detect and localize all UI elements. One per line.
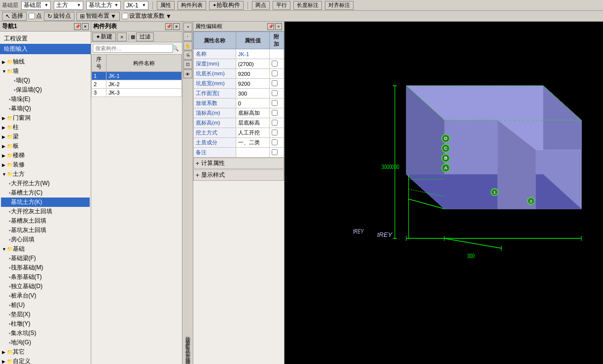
table-row[interactable]: 2 JK-2 (92, 80, 182, 89)
attach-check-3[interactable] (272, 80, 278, 86)
comp-list-close-btn[interactable]: × (173, 23, 180, 30)
attach-check-8[interactable] (272, 130, 278, 135)
tree-item-open-backfill[interactable]: ▪ 大开挖灰土回填 (1, 207, 90, 216)
point-check[interactable]: 点 (29, 12, 42, 20)
menu-drawing-input[interactable]: 绘图输入 (0, 44, 91, 54)
attach-check-2[interactable] (272, 70, 278, 76)
layer-dropdown[interactable]: 基础层 ▼ (21, 1, 51, 10)
prop-value-3[interactable]: 9200 (236, 79, 269, 89)
tree-item-curtain-wall[interactable]: ▪ 幕墙(Q) (1, 104, 90, 113)
select-button[interactable]: ↖ 选择 (2, 12, 27, 21)
tree-item-beam[interactable]: ▶ 📁 梁 (1, 132, 90, 141)
comp-name-dropdown[interactable]: JK-1 ▼ (124, 1, 148, 10)
tree-item-pile[interactable]: ▪ 桩(U) (1, 300, 90, 310)
slope-checkbox[interactable] (122, 13, 128, 19)
menu-project-settings[interactable]: 工程设置 (0, 33, 91, 44)
attach-check-5[interactable] (272, 100, 278, 106)
prop-value-6[interactable]: 底标高加 (236, 108, 269, 118)
prop-value-1[interactable]: (2700) (236, 59, 269, 69)
table-row[interactable]: 3 JK-3 (92, 89, 182, 97)
align-mark-button[interactable]: 对齐标注 (325, 1, 354, 10)
tree-item-slot-backfill[interactable]: ▪ 基槽灰土回填 (1, 216, 90, 226)
prop-value-9[interactable]: 一、二类 (236, 138, 269, 148)
tree-item-found-beam[interactable]: ▪ 基础梁(F) (1, 254, 90, 263)
prop-value-0[interactable]: JK-1 (236, 49, 269, 59)
attach-check-4[interactable] (272, 90, 278, 96)
filter-button[interactable]: 过滤 (136, 33, 154, 41)
attach-check-1[interactable] (272, 61, 278, 66)
stretch-label[interactable]: 拉伸 (184, 356, 191, 359)
attach-check-7[interactable] (272, 120, 278, 126)
pit-type-dropdown[interactable]: 基坑土方 ▼ (86, 1, 121, 10)
tree-item-core-backfill[interactable]: ▪ 房心回填 (1, 235, 90, 244)
tree-item-strip[interactable]: ▪ 条形基础(T) (1, 272, 90, 282)
comp-list-pin-btn[interactable]: 📌 (165, 23, 172, 30)
tree-item-cushion[interactable]: ▪ 垫层(X) (1, 310, 90, 319)
attr-button[interactable]: 属性 (157, 1, 175, 10)
fit-btn[interactable]: ⊡ (183, 60, 192, 69)
tree-item-axis[interactable]: ▶ 📁 轴线 (1, 57, 90, 66)
tree-item-custom[interactable]: ▶ 📁 自定义 (1, 357, 90, 364)
slope-check[interactable]: 设置放坡系数 ▼ (122, 12, 172, 20)
align-label[interactable]: 对齐 (184, 349, 191, 352)
rotate-button[interactable]: ↻ 旋转点 (44, 12, 74, 21)
prop-value-8[interactable]: 人工开挖 (236, 128, 269, 138)
point-checkbox[interactable] (29, 13, 35, 19)
tree-item-pile-cap[interactable]: ▪ 桩承台(V) (1, 291, 90, 300)
view-btn[interactable]: 👁 (183, 69, 192, 78)
tree-item-other[interactable]: ▶ 📁 其它 (1, 347, 90, 357)
extend-label[interactable]: 延伸 (184, 331, 191, 334)
two-point-button[interactable]: 两点 (252, 1, 270, 10)
length-mark-button[interactable]: 长度标注 (293, 1, 322, 10)
prop-value-2[interactable]: 9200 (236, 69, 269, 79)
tree-item-decoration[interactable]: ▶ 📁 装修 (1, 160, 90, 169)
new-comp-button[interactable]: ✦ 新建 (92, 33, 116, 41)
fill-type-dropdown[interactable]: 土方 ▼ (54, 1, 83, 10)
parallel-button[interactable]: 平行 (273, 1, 290, 10)
slope-settings-label[interactable]: 设置放坡 (184, 359, 191, 363)
prop-value-5[interactable]: 0 (236, 99, 269, 108)
tree-item-isolated[interactable]: ▪ 独立基础(D) (1, 282, 90, 291)
display-section[interactable]: + 显示样式 (193, 169, 284, 181)
tree-item-trench[interactable]: ▪ 地沟(G) (1, 338, 90, 347)
zoom-in-btn[interactable]: + (183, 23, 192, 32)
tree-item-wall-pier[interactable]: ▪ 墙垛(E) (1, 95, 90, 104)
tree-item-wall-q[interactable]: ▪ 墙(Q) (1, 76, 90, 85)
viewport[interactable]: 300 3000000 tREY D C B A 1 2 4 tREY (284, 22, 603, 364)
break-label[interactable]: 打断 (184, 338, 191, 341)
tree-item-open-excavation[interactable]: ▪ 大开挖土方(W) (1, 179, 90, 188)
tree-item-wall-insulation[interactable]: ▪ 保温墙(Q) (1, 85, 90, 95)
prop-value-10[interactable] (236, 148, 269, 158)
tree-item-pit-earthwork[interactable]: ▪ 基坑土方(K) (1, 198, 90, 207)
tree-item-column[interactable]: ▶ 📁 柱 (1, 123, 90, 132)
tree-item-stair[interactable]: ▶ 📁 楼梯 (1, 151, 90, 160)
tree-item-pit-backfill[interactable]: ▪ 基坑灰土回填 (1, 226, 90, 235)
panel-pin-btn[interactable]: 📌 (74, 23, 81, 30)
tree-item-wall[interactable]: ▼ 📁 墙 (1, 66, 90, 76)
tree-item-foundation[interactable]: ▼ 📁 基础 (1, 244, 90, 254)
comp-list-button[interactable]: 构件列表 (177, 1, 206, 10)
offset-label[interactable]: 偏移 (184, 352, 191, 355)
attach-check-10[interactable] (272, 149, 278, 155)
tree-item-sump[interactable]: ▪ 集水坑(S) (1, 329, 90, 338)
split-label[interactable]: 分割 (184, 345, 191, 348)
table-row[interactable]: 1 JK-1 (92, 72, 182, 80)
tree-item-earthwork[interactable]: ▼ 📁 土方 (1, 169, 90, 179)
search-icon[interactable]: 🔍 (172, 44, 179, 52)
panel-close-btn[interactable]: × (82, 23, 89, 30)
attach-check-9[interactable] (272, 139, 278, 145)
tree-item-opening[interactable]: ▶ 📁 门窗洞 (1, 113, 90, 123)
prop-value-7[interactable]: 层底标高 (236, 118, 269, 128)
tree-item-slab[interactable]: ▶ 📁 板 (1, 141, 90, 151)
search-input[interactable] (93, 44, 173, 53)
props-pin-btn[interactable]: 📌 (267, 23, 274, 30)
merge-label[interactable]: 合并 (184, 342, 191, 345)
attach-check-6[interactable] (272, 110, 278, 116)
prop-value-4[interactable]: 300 (236, 89, 269, 99)
pick-comp-button[interactable]: ✦ 拾取构件 (209, 1, 244, 10)
zoom-out-btn[interactable]: - (183, 32, 192, 41)
rotate3d-btn[interactable]: ↺ (183, 51, 192, 60)
tree-item-raft[interactable]: ▪ 筏形基础(M) (1, 263, 90, 272)
pan-btn[interactable]: ✋ (183, 41, 192, 50)
props-close-btn[interactable]: × (275, 23, 282, 30)
